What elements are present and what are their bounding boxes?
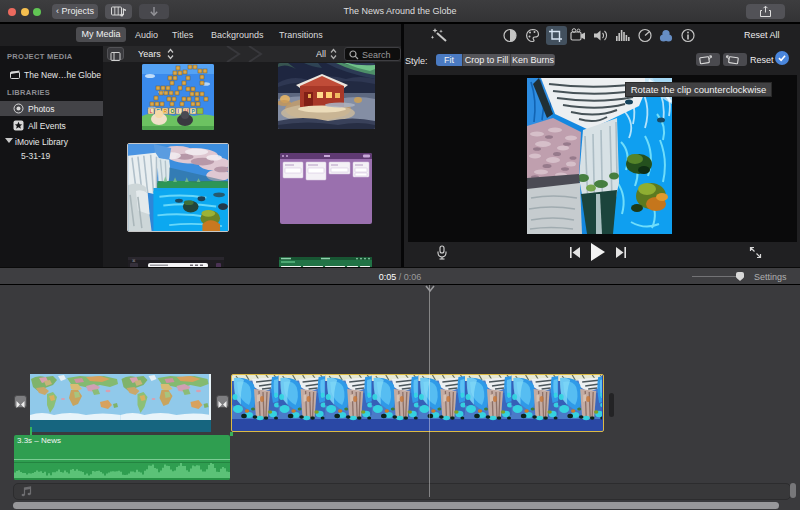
svg-text:L: L — [150, 108, 153, 114]
svg-text:⌘: ⌘ — [132, 259, 136, 263]
svg-text:O: O — [171, 108, 175, 114]
svg-text:R: R — [164, 108, 168, 114]
